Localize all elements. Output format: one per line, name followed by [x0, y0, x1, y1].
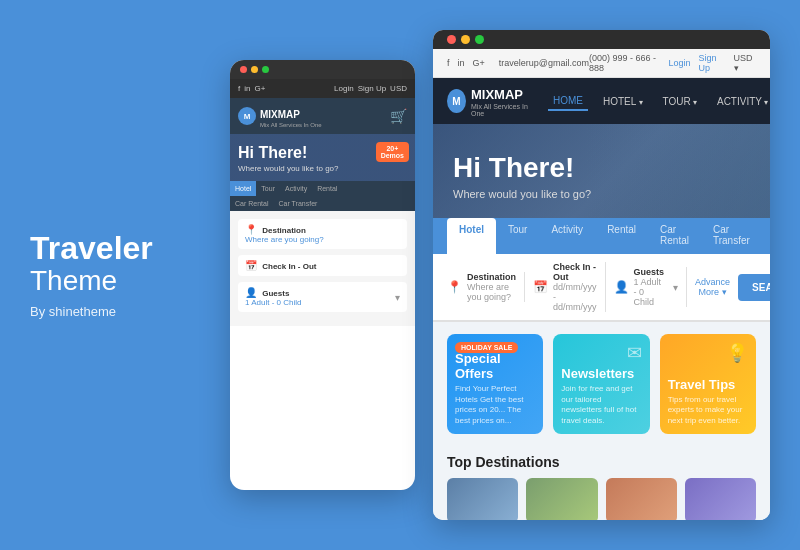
desktop-maximize-dot — [475, 35, 484, 44]
guests-dropdown-icon: ▾ — [673, 282, 678, 293]
desktop-close-dot — [447, 35, 456, 44]
mobile-checkin-field[interactable]: 📅 Check In - Out — [238, 255, 407, 276]
desktop-hero: Hi There! Where would you like to go? Ho… — [433, 124, 770, 254]
destination-field-text: Destination Where are you going? — [467, 272, 516, 302]
login-link[interactable]: Login — [668, 58, 690, 68]
mobile-cart-icon[interactable]: 🛒 — [390, 108, 407, 124]
travel-tips-card[interactable]: 💡 Travel Tips Tips from our travel exper… — [660, 334, 756, 434]
left-panel: Traveler Theme By shinetheme — [30, 231, 230, 320]
search-tab-car-rental[interactable]: Car Rental — [648, 218, 701, 254]
mobile-logo-text: MIXMAP Mix All Services In One — [260, 104, 322, 128]
mobile-window-controls — [230, 60, 415, 79]
person-icon: 👤 — [245, 287, 257, 298]
nav-item-activity[interactable]: ACTIVITY — [712, 93, 770, 110]
advance-more-button[interactable]: Advance More ▾ — [695, 277, 730, 297]
desktop-minimize-dot — [461, 35, 470, 44]
brand-byline: By shinetheme — [30, 304, 220, 319]
nav-item-home[interactable]: HOME — [548, 92, 588, 111]
mobile-tab-tour[interactable]: Tour — [256, 181, 280, 196]
desktop-window-controls — [433, 30, 770, 49]
brand-light: Theme — [30, 266, 220, 297]
search-tab-activity[interactable]: Activity — [539, 218, 595, 254]
desktop-mockup: f in G+ travelerup@gmail.com (000) 999 -… — [433, 30, 770, 520]
special-offers-title: Special Offers — [455, 351, 535, 381]
search-tab-tour[interactable]: Tour — [496, 218, 539, 254]
top-destinations-section: Top Destinations — [433, 446, 770, 520]
destination-card-3[interactable] — [606, 478, 677, 520]
mobile-logo-icon: M — [238, 107, 256, 125]
newsletters-content: Newsletters Join for free and get our ta… — [561, 366, 641, 426]
desktop-info-bar: f in G+ travelerup@gmail.com (000) 999 -… — [433, 49, 770, 78]
mobile-demos-badge[interactable]: 20+ Demos — [376, 142, 409, 162]
desktop-hero-sub: Where would you like to go? — [453, 188, 750, 200]
tips-icon: 💡 — [726, 342, 748, 364]
desktop-logo-icon: M — [447, 89, 466, 113]
travel-tips-text: Tips from our travel experts to make you… — [668, 395, 748, 426]
currency-selector[interactable]: USD ▾ — [734, 53, 756, 73]
googleplus-icon[interactable]: G+ — [473, 58, 485, 68]
destinations-row — [447, 478, 756, 520]
desktop-logo: M MIXMAP Mix All Services In One — [447, 85, 528, 117]
mobile-logo: M MIXMAP Mix All Services In One — [238, 104, 322, 128]
mobile-destination-field[interactable]: 📍 Destination Where are you going? — [238, 219, 407, 249]
mobile-tab-car-transfer[interactable]: Car Transfer — [273, 196, 322, 211]
desktop-search-tabs: Hotel Tour Activity Rental Car Rental Ca… — [433, 218, 770, 254]
special-offers-card[interactable]: HOLIDAY SALE Special Offers Find Your Pe… — [447, 334, 543, 434]
mobile-tab-car-rental[interactable]: Car Rental — [230, 196, 273, 211]
destination-card-4[interactable] — [685, 478, 756, 520]
desktop-destination-field[interactable]: 📍 Destination Where are you going? — [447, 272, 525, 302]
mobile-close-dot — [240, 66, 247, 73]
nav-item-tour[interactable]: TOUR — [658, 93, 702, 110]
special-offers-content: Special Offers Find Your Perfect Hotels … — [455, 351, 535, 426]
top-destinations-title: Top Destinations — [447, 454, 756, 470]
travel-tips-title: Travel Tips — [668, 377, 748, 392]
calendar-icon: 📅 — [533, 280, 548, 294]
search-tab-rental[interactable]: Rental — [595, 218, 648, 254]
search-button[interactable]: SEARCH — [738, 274, 770, 301]
search-tab-hotel[interactable]: Hotel — [447, 218, 496, 254]
desktop-social-email: f in G+ travelerup@gmail.com — [447, 58, 589, 68]
linkedin-icon[interactable]: in — [458, 58, 465, 68]
calendar-icon: 📅 — [245, 260, 257, 271]
mobile-minimize-dot — [251, 66, 258, 73]
mobile-social-links: f in G+ — [238, 84, 265, 93]
newsletters-title: Newsletters — [561, 366, 641, 381]
desktop-search-bar: 📍 Destination Where are you going? 📅 Che… — [433, 254, 770, 322]
facebook-icon[interactable]: f — [447, 58, 450, 68]
desktop-hero-title: Hi There! — [453, 152, 750, 184]
mobile-search-form: 📍 Destination Where are you going? 📅 Che… — [230, 211, 415, 326]
signup-link[interactable]: Sign Up — [699, 53, 726, 73]
special-offers-text: Find Your Perfect Hotels Get the best pr… — [455, 384, 535, 426]
mobile-header: M MIXMAP Mix All Services In One 🛒 — [230, 98, 415, 134]
mobile-search-tabs-row2: Car Rental Car Transfer — [230, 196, 415, 211]
travel-tips-content: Travel Tips Tips from our travel experts… — [668, 377, 748, 426]
newsletters-text: Join for free and get our tailored newsl… — [561, 384, 641, 426]
mobile-auth-links: Login Sign Up USD — [334, 84, 407, 93]
mobile-search-tabs: Hotel Tour Activity Rental — [230, 181, 415, 196]
destination-card-2[interactable] — [526, 478, 597, 520]
promo-cards-section: HOLIDAY SALE Special Offers Find Your Pe… — [433, 322, 770, 446]
contact-email: travelerup@gmail.com — [499, 58, 589, 68]
dropdown-chevron-icon: ▾ — [395, 292, 400, 303]
mobile-tab-hotel[interactable]: Hotel — [230, 181, 256, 196]
destination-card-1[interactable] — [447, 478, 518, 520]
desktop-nav: M MIXMAP Mix All Services In One HOME HO… — [433, 78, 770, 124]
brand-bold: Traveler — [30, 231, 220, 266]
mobile-tab-rental[interactable]: Rental — [312, 181, 342, 196]
mobile-maximize-dot — [262, 66, 269, 73]
newsletters-card[interactable]: ✉ Newsletters Join for free and get our … — [553, 334, 649, 434]
desktop-checkin-field[interactable]: 📅 Check In - Out dd/mm/yyy - dd/mm/yyy — [533, 262, 606, 312]
mobile-guests-field[interactable]: 👤 Guests 1 Adult - 0 Child ▾ — [238, 282, 407, 312]
phone-number: (000) 999 - 666 - 888 — [589, 53, 661, 73]
search-location-icon: 📍 — [447, 280, 462, 294]
search-tab-car-transfer[interactable]: Car Transfer — [701, 218, 762, 254]
mobile-mockup: f in G+ Login Sign Up USD M MIXMAP Mix A… — [230, 60, 415, 490]
guests-field-text: Guests 1 Adult - 0 Child — [634, 267, 665, 307]
newsletter-icon: ✉ — [627, 342, 642, 364]
nav-item-hotel[interactable]: HOTEL — [598, 93, 648, 110]
desktop-auth-phone: (000) 999 - 666 - 888 Login Sign Up USD … — [589, 53, 756, 73]
mobile-tab-activity[interactable]: Activity — [280, 181, 312, 196]
desktop-guests-field[interactable]: 👤 Guests 1 Adult - 0 Child ▾ — [614, 267, 688, 307]
mobile-hero: Hi There! Where would you like to go? 20… — [230, 134, 415, 181]
brand-title: Traveler Theme — [30, 231, 220, 297]
